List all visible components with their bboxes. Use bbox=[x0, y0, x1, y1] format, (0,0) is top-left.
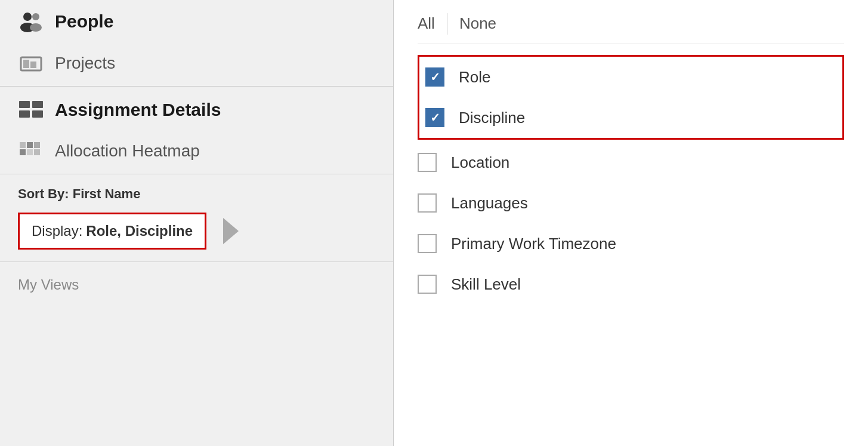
checkbox-skill-level-label: Skill Level bbox=[451, 275, 521, 294]
checkbox-discipline-label: Discipline bbox=[459, 109, 525, 127]
checkbox-primary-work-timezone[interactable] bbox=[418, 234, 437, 253]
sidebar-item-assignment-details[interactable]: Assignment Details bbox=[0, 89, 393, 131]
svg-rect-6 bbox=[30, 61, 36, 68]
svg-rect-8 bbox=[32, 101, 43, 108]
svg-rect-10 bbox=[32, 110, 43, 118]
sidebar: People Projects Assignment Details bbox=[0, 0, 394, 446]
svg-point-2 bbox=[32, 13, 39, 20]
arrow-right-icon bbox=[223, 218, 239, 244]
checkbox-role[interactable] bbox=[425, 67, 444, 87]
sidebar-item-projects[interactable]: Projects bbox=[0, 43, 393, 84]
sidebar-heatmap-label: Allocation Heatmap bbox=[55, 142, 200, 161]
divider-3 bbox=[0, 262, 393, 262]
display-value: Role, Discipline bbox=[86, 223, 193, 239]
top-bar: All None bbox=[418, 12, 844, 44]
display-prefix: Display: bbox=[32, 223, 82, 239]
divider-2 bbox=[0, 174, 393, 174]
sidebar-item-allocation-heatmap[interactable]: Allocation Heatmap bbox=[0, 131, 393, 171]
svg-rect-7 bbox=[19, 101, 30, 108]
svg-rect-16 bbox=[34, 149, 40, 155]
checkbox-primary-work-timezone-label: Primary Work Timezone bbox=[451, 235, 616, 253]
highlighted-checkboxes-group: Role Discipline bbox=[418, 55, 844, 140]
sort-prefix: Sort By: bbox=[18, 186, 73, 201]
checkbox-location-label: Location bbox=[451, 153, 509, 172]
checkbox-row-location[interactable]: Location bbox=[418, 142, 844, 183]
sidebar-projects-label: Projects bbox=[55, 54, 115, 73]
checkbox-row-languages[interactable]: Languages bbox=[418, 183, 844, 223]
checkbox-languages-label: Languages bbox=[451, 194, 528, 213]
arrow-container bbox=[223, 218, 239, 244]
sort-label: Sort By: First Name bbox=[18, 186, 140, 201]
checkbox-row-discipline[interactable]: Discipline bbox=[425, 97, 836, 138]
sort-section: Sort By: First Name bbox=[0, 177, 393, 207]
my-views-label: My Views bbox=[18, 276, 79, 293]
checkbox-row-skill-level[interactable]: Skill Level bbox=[418, 264, 844, 304]
svg-rect-12 bbox=[27, 142, 33, 148]
svg-rect-5 bbox=[23, 60, 29, 68]
projects-icon bbox=[18, 54, 44, 73]
svg-point-3 bbox=[30, 23, 42, 32]
all-button[interactable]: All bbox=[418, 12, 447, 35]
top-divider bbox=[447, 13, 447, 35]
svg-rect-14 bbox=[27, 149, 33, 155]
sort-value: First Name bbox=[73, 186, 141, 201]
divider-1 bbox=[0, 86, 393, 87]
checkbox-skill-level[interactable] bbox=[418, 275, 437, 294]
assignment-icon bbox=[18, 101, 44, 119]
checkbox-discipline[interactable] bbox=[425, 108, 444, 127]
display-row: Display: Role, Discipline bbox=[0, 207, 393, 256]
svg-rect-11 bbox=[20, 142, 26, 148]
checkbox-role-label: Role bbox=[459, 68, 490, 87]
checkbox-languages[interactable] bbox=[418, 193, 437, 213]
right-panel: All None Role Discipline Location Langua… bbox=[394, 0, 868, 446]
svg-rect-13 bbox=[20, 149, 26, 155]
checkbox-row-role[interactable]: Role bbox=[425, 57, 836, 97]
svg-point-0 bbox=[23, 13, 32, 21]
sidebar-people-label: People bbox=[55, 11, 113, 32]
my-views[interactable]: My Views bbox=[0, 264, 393, 305]
people-icon bbox=[18, 11, 44, 32]
checkbox-list: Role Discipline Location Languages Prima… bbox=[418, 55, 844, 304]
sidebar-item-people[interactable]: People bbox=[0, 0, 393, 43]
checkbox-location[interactable] bbox=[418, 153, 437, 172]
checkbox-row-primary-work-timezone[interactable]: Primary Work Timezone bbox=[418, 223, 844, 264]
display-box[interactable]: Display: Role, Discipline bbox=[18, 213, 206, 250]
svg-rect-15 bbox=[34, 142, 40, 148]
heatmap-icon bbox=[18, 142, 44, 160]
svg-rect-9 bbox=[19, 110, 30, 118]
none-button[interactable]: None bbox=[459, 12, 508, 35]
sidebar-assignment-label: Assignment Details bbox=[55, 100, 221, 120]
